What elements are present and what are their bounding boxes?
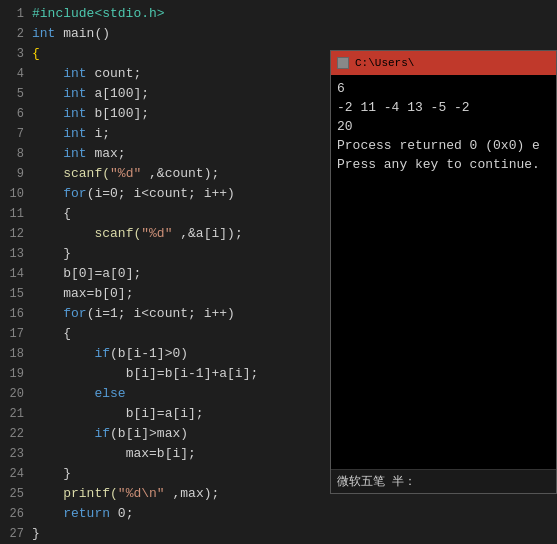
ime-label: 微软五笔 半： — [337, 473, 416, 490]
line-number: 9 — [4, 164, 32, 184]
code-text: } — [32, 524, 557, 544]
code-text: #include<stdio.h> — [32, 4, 557, 24]
line-number: 23 — [4, 444, 32, 464]
line-number: 17 — [4, 324, 32, 344]
terminal-output: 6-2 11 -4 13 -5 -220Process returned 0 (… — [337, 79, 550, 174]
line-number: 4 — [4, 64, 32, 84]
line-number: 2 — [4, 24, 32, 44]
line-number: 19 — [4, 364, 32, 384]
terminal-line: Process returned 0 (0x0) e — [337, 136, 550, 155]
terminal-titlebar: C:\Users\ — [331, 51, 556, 75]
terminal-line: -2 11 -4 13 -5 -2 — [337, 98, 550, 117]
line-number: 16 — [4, 304, 32, 324]
terminal-body[interactable]: 6-2 11 -4 13 -5 -220Process returned 0 (… — [331, 75, 556, 469]
line-number: 10 — [4, 184, 32, 204]
terminal-line: Press any key to continue. — [337, 155, 550, 174]
terminal-line: 20 — [337, 117, 550, 136]
line-number: 15 — [4, 284, 32, 304]
terminal-icon — [337, 57, 349, 69]
terminal-title: C:\Users\ — [355, 57, 414, 69]
terminal-ime: 微软五笔 半： — [331, 469, 556, 493]
code-text: int main() — [32, 24, 557, 44]
line-number: 18 — [4, 344, 32, 364]
line-number: 13 — [4, 244, 32, 264]
code-text: return 0; — [32, 504, 557, 524]
line-number: 5 — [4, 84, 32, 104]
line-number: 8 — [4, 144, 32, 164]
code-line: 27} — [0, 524, 557, 544]
line-number: 25 — [4, 484, 32, 504]
line-number: 12 — [4, 224, 32, 244]
line-number: 1 — [4, 4, 32, 24]
line-number: 3 — [4, 44, 32, 64]
line-number: 22 — [4, 424, 32, 444]
line-number: 27 — [4, 524, 32, 544]
terminal-window: C:\Users\ 6-2 11 -4 13 -5 -220Process re… — [330, 50, 557, 494]
line-number: 6 — [4, 104, 32, 124]
line-number: 21 — [4, 404, 32, 424]
line-number: 24 — [4, 464, 32, 484]
terminal-line: 6 — [337, 79, 550, 98]
line-number: 26 — [4, 504, 32, 524]
line-number: 11 — [4, 204, 32, 224]
code-line: 2int main() — [0, 24, 557, 44]
code-line: 1#include<stdio.h> — [0, 4, 557, 24]
line-number: 20 — [4, 384, 32, 404]
line-number: 7 — [4, 124, 32, 144]
line-number: 14 — [4, 264, 32, 284]
code-line: 26 return 0; — [0, 504, 557, 524]
